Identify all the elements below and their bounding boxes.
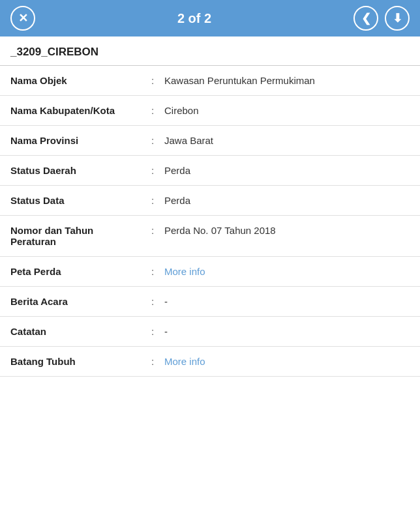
field-label: Status Daerah bbox=[10, 165, 141, 176]
field-separator: : bbox=[146, 266, 159, 277]
field-separator: : bbox=[146, 225, 159, 236]
field-value: Kawasan Peruntukan Permukiman bbox=[164, 75, 410, 86]
peta-perda-more-info-link[interactable]: More info bbox=[164, 266, 410, 277]
header: ✕ 2 of 2 ❮ ⬇ bbox=[0, 0, 420, 36]
field-label: Batang Tubuh bbox=[10, 356, 141, 367]
table-row: Batang Tubuh : More info bbox=[0, 347, 420, 377]
field-value: - bbox=[164, 296, 410, 307]
table-row: Peta Perda : More info bbox=[0, 257, 420, 287]
field-label: Catatan bbox=[10, 326, 141, 337]
table-row: Nama Objek : Kawasan Peruntukan Permukim… bbox=[0, 66, 420, 96]
record-id: _3209_CIREBON bbox=[0, 36, 420, 66]
field-value: Perda bbox=[164, 165, 410, 176]
page-title: 2 of 2 bbox=[35, 11, 353, 26]
close-button[interactable]: ✕ bbox=[10, 6, 35, 31]
table-row: Nama Kabupaten/Kota : Cirebon bbox=[0, 96, 420, 126]
field-value: Jawa Barat bbox=[164, 135, 410, 146]
batang-tubuh-more-info-link[interactable]: More info bbox=[164, 356, 410, 367]
field-value: - bbox=[164, 326, 410, 337]
field-value: Perda No. 07 Tahun 2018 bbox=[164, 225, 410, 236]
field-label: Nama Provinsi bbox=[10, 135, 141, 146]
field-separator: : bbox=[146, 296, 159, 307]
info-table: Nama Objek : Kawasan Peruntukan Permukim… bbox=[0, 66, 420, 377]
field-value: Cirebon bbox=[164, 105, 410, 116]
field-label: Nama Kabupaten/Kota bbox=[10, 105, 141, 116]
field-separator: : bbox=[146, 105, 159, 116]
field-separator: : bbox=[146, 75, 159, 86]
table-row: Nomor dan Tahun Peraturan : Perda No. 07… bbox=[0, 216, 420, 257]
back-button[interactable]: ❮ bbox=[353, 6, 378, 31]
field-separator: : bbox=[146, 326, 159, 337]
table-row: Berita Acara : - bbox=[0, 287, 420, 317]
field-label: Berita Acara bbox=[10, 296, 141, 307]
field-label: Status Data bbox=[10, 195, 141, 206]
close-icon: ✕ bbox=[18, 11, 28, 25]
table-row: Nama Provinsi : Jawa Barat bbox=[0, 126, 420, 156]
field-separator: : bbox=[146, 135, 159, 146]
download-icon: ⬇ bbox=[393, 11, 402, 25]
table-row: Status Daerah : Perda bbox=[0, 156, 420, 186]
field-separator: : bbox=[146, 165, 159, 176]
table-row: Catatan : - bbox=[0, 317, 420, 347]
field-value: Perda bbox=[164, 195, 410, 206]
header-right-controls: ❮ ⬇ bbox=[353, 6, 410, 31]
field-label: Peta Perda bbox=[10, 266, 141, 277]
field-separator: : bbox=[146, 356, 159, 367]
back-icon: ❮ bbox=[361, 11, 371, 25]
table-row: Status Data : Perda bbox=[0, 186, 420, 216]
field-label: Nama Objek bbox=[10, 75, 141, 86]
field-label: Nomor dan Tahun Peraturan bbox=[10, 225, 141, 247]
app-container: ✕ 2 of 2 ❮ ⬇ _3209_CIREBON Nama Objek : … bbox=[0, 0, 420, 377]
download-button[interactable]: ⬇ bbox=[385, 6, 410, 31]
field-separator: : bbox=[146, 195, 159, 206]
